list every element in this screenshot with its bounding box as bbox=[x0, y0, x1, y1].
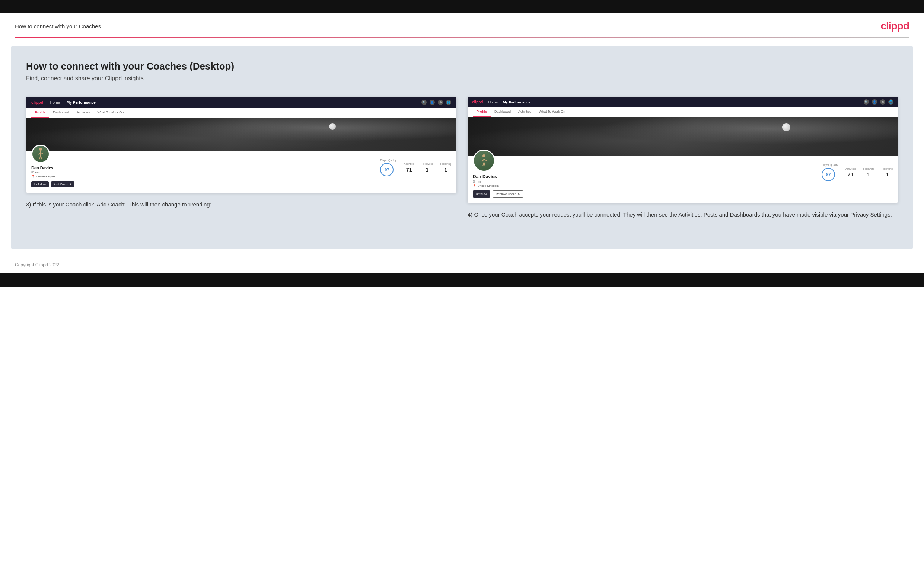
search-icon-left: 🔍 bbox=[422, 100, 426, 105]
svg-line-9 bbox=[484, 159, 486, 161]
following-label-left: Following bbox=[440, 163, 451, 165]
unfollow-button-left[interactable]: Unfollow bbox=[31, 181, 49, 187]
golfer-icon-right bbox=[479, 154, 489, 168]
stat-activities-right: Activities 71 bbox=[845, 168, 856, 177]
unfollow-button-right[interactable]: Unfollow bbox=[473, 190, 490, 198]
mock-browser-right: clippd Home My Performance 🔍 👤 ⚙ 🌐 Profi… bbox=[468, 97, 898, 203]
user-role-left: ☑ Pro bbox=[31, 171, 74, 174]
mock-stats-right: Player Quality 97 Activities 71 Follower… bbox=[822, 160, 893, 181]
mock-hero-left bbox=[26, 118, 456, 152]
followers-label-left: Followers bbox=[422, 163, 433, 165]
golf-ball-left bbox=[329, 123, 336, 130]
hero-bg-right bbox=[468, 117, 898, 156]
avatar-wrap-right: Dan Davies ☑ Pro 📍 United Kingdom Unfoll… bbox=[473, 150, 523, 198]
stat-followers-right: Followers 1 bbox=[863, 168, 874, 177]
avatar-wrap-left: Dan Davies ☑ Pro 📍 United Kingdom Unfoll… bbox=[31, 145, 74, 187]
user-location-right: 📍 United Kingdom bbox=[473, 184, 523, 187]
mock-nav-performance-right: My Performance bbox=[503, 100, 530, 104]
user-info-left: Dan Davies ☑ Pro 📍 United Kingdom Unfoll… bbox=[31, 163, 74, 187]
stat-quality-right: Player Quality 97 bbox=[822, 164, 838, 181]
user-icon-right: 👤 bbox=[872, 99, 877, 105]
following-value-right: 1 bbox=[882, 171, 893, 177]
main-heading: How to connect with your Coaches (Deskto… bbox=[26, 61, 898, 72]
mock-nav-home-left: Home bbox=[50, 100, 60, 105]
user-name-right: Dan Davies bbox=[473, 174, 523, 179]
followers-label-right: Followers bbox=[863, 168, 874, 170]
stat-following-right: Following 1 bbox=[882, 168, 893, 177]
mock-nav-right: clippd Home My Performance 🔍 👤 ⚙ 🌐 bbox=[468, 97, 898, 107]
globe-icon-left: 🌐 bbox=[446, 100, 451, 105]
quality-circle-right: 97 bbox=[822, 168, 835, 181]
verified-icon-right: ☑ bbox=[473, 180, 475, 184]
user-info-right: Dan Davies ☑ Pro 📍 United Kingdom Unfoll… bbox=[473, 172, 523, 198]
mock-nav-icons-left: 🔍 👤 ⚙ 🌐 bbox=[422, 100, 451, 105]
search-icon-right: 🔍 bbox=[864, 99, 869, 105]
mock-tabs-right: Profile Dashboard Activities What To Wor… bbox=[468, 107, 898, 117]
svg-point-0 bbox=[39, 148, 42, 151]
quality-label-right: Player Quality bbox=[822, 164, 838, 166]
mock-profile-right: Dan Davies ☑ Pro 📍 United Kingdom Unfoll… bbox=[468, 156, 898, 203]
tab-whattworkon-left[interactable]: What To Work On bbox=[94, 108, 128, 118]
remove-coach-button[interactable]: Remove Coach ✕ bbox=[493, 190, 523, 198]
activities-value-left: 71 bbox=[404, 167, 414, 172]
svg-line-3 bbox=[40, 153, 43, 154]
close-icon: ✕ bbox=[517, 192, 520, 196]
golfer-icon-left bbox=[36, 147, 45, 161]
followers-value-right: 1 bbox=[863, 171, 874, 177]
tab-dashboard-right[interactable]: Dashboard bbox=[491, 107, 514, 117]
user-location-left: 📍 United Kingdom bbox=[31, 175, 74, 178]
step-desc-right: 4) Once your Coach accepts your request … bbox=[468, 210, 898, 219]
location-icon-left: 📍 bbox=[31, 175, 35, 178]
logo: clippd bbox=[881, 20, 909, 32]
stat-following-left: Following 1 bbox=[440, 163, 451, 172]
header-divider bbox=[15, 37, 909, 38]
quality-label-left: Player Quality bbox=[380, 159, 396, 161]
screenshot-left-col: clippd Home My Performance 🔍 👤 ⚙ 🌐 Profi… bbox=[26, 97, 456, 219]
main-subheading: Find, connect and share your Clippd insi… bbox=[26, 75, 898, 82]
tab-activities-left[interactable]: Activities bbox=[73, 108, 94, 118]
avatar-inner-left bbox=[32, 146, 49, 162]
tab-activities-right[interactable]: Activities bbox=[514, 107, 535, 117]
mock-buttons-left: Unfollow Add Coach + bbox=[31, 181, 74, 187]
header: How to connect with your Coaches clippd bbox=[0, 13, 924, 37]
tab-dashboard-left[interactable]: Dashboard bbox=[49, 108, 73, 118]
svg-line-5 bbox=[40, 155, 42, 159]
user-name-left: Dan Davies bbox=[31, 166, 74, 170]
following-value-left: 1 bbox=[440, 167, 451, 172]
location-icon-right: 📍 bbox=[473, 184, 477, 187]
user-icon-left: 👤 bbox=[430, 100, 435, 105]
mock-logo-right: clippd bbox=[472, 100, 483, 104]
footer: Copyright Clippd 2022 bbox=[0, 256, 924, 274]
mock-browser-left: clippd Home My Performance 🔍 👤 ⚙ 🌐 Profi… bbox=[26, 97, 456, 193]
avatar-inner-right bbox=[474, 151, 494, 171]
footer-text: Copyright Clippd 2022 bbox=[15, 262, 59, 268]
mock-hero-right bbox=[468, 117, 898, 156]
followers-value-left: 1 bbox=[422, 167, 433, 172]
mock-logo-left: clippd bbox=[31, 100, 43, 105]
mock-nav-performance-left: My Performance bbox=[67, 100, 96, 105]
user-role-right: ☑ Pro bbox=[473, 180, 523, 184]
settings-icon-left: ⚙ bbox=[438, 100, 443, 105]
tab-profile-left[interactable]: Profile bbox=[31, 108, 49, 118]
quality-circle-left: 97 bbox=[380, 163, 394, 176]
globe-icon-right: 🌐 bbox=[888, 99, 893, 105]
mock-nav-icons-right: 🔍 👤 ⚙ 🌐 bbox=[864, 99, 893, 105]
settings-icon-right: ⚙ bbox=[880, 99, 885, 105]
svg-line-11 bbox=[484, 162, 485, 166]
avatar-left bbox=[31, 145, 50, 163]
bottom-bar bbox=[0, 274, 924, 287]
screenshots-row: clippd Home My Performance 🔍 👤 ⚙ 🌐 Profi… bbox=[26, 97, 898, 219]
stat-followers-left: Followers 1 bbox=[422, 163, 433, 172]
tab-whattworkon-right[interactable]: What To Work On bbox=[535, 107, 569, 117]
mock-nav-left: clippd Home My Performance 🔍 👤 ⚙ 🌐 bbox=[26, 97, 456, 108]
activities-label-right: Activities bbox=[845, 168, 856, 170]
top-bar bbox=[0, 0, 924, 13]
mock-stats-left: Player Quality 97 Activities 71 Follower… bbox=[380, 155, 451, 176]
tab-profile-right[interactable]: Profile bbox=[473, 107, 491, 117]
activities-label-left: Activities bbox=[404, 163, 414, 165]
mock-tabs-left: Profile Dashboard Activities What To Wor… bbox=[26, 108, 456, 118]
activities-value-right: 71 bbox=[845, 171, 856, 177]
avatar-right bbox=[473, 150, 495, 172]
add-coach-button[interactable]: Add Coach + bbox=[51, 181, 74, 187]
verified-icon-left: ☑ bbox=[31, 171, 34, 174]
